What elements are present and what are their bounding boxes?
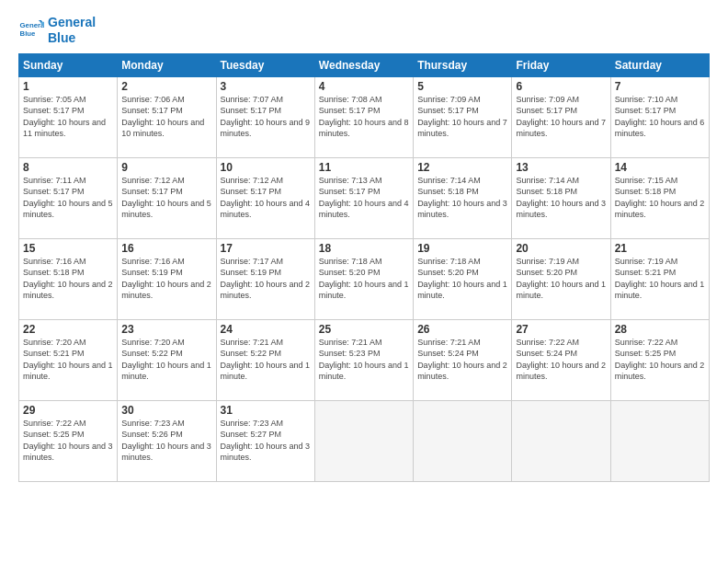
- weekday-header-tuesday: Tuesday: [216, 53, 314, 76]
- day-number: 18: [319, 242, 409, 255]
- calendar-cell: 4 Sunrise: 7:08 AMSunset: 5:17 PMDayligh…: [314, 76, 413, 157]
- calendar-cell: 22 Sunrise: 7:20 AMSunset: 5:21 PMDaylig…: [19, 319, 118, 400]
- day-info: Sunrise: 7:06 AMSunset: 5:17 PMDaylight:…: [121, 94, 211, 140]
- calendar-cell: 26 Sunrise: 7:21 AMSunset: 5:24 PMDaylig…: [414, 319, 512, 400]
- day-number: 2: [121, 80, 211, 93]
- day-number: 7: [615, 80, 705, 93]
- calendar-cell: 25 Sunrise: 7:21 AMSunset: 5:23 PMDaylig…: [314, 319, 413, 400]
- calendar-cell: 3 Sunrise: 7:07 AMSunset: 5:17 PMDayligh…: [216, 76, 314, 157]
- day-info: Sunrise: 7:20 AMSunset: 5:21 PMDaylight:…: [23, 337, 113, 383]
- calendar-cell: 27 Sunrise: 7:22 AMSunset: 5:24 PMDaylig…: [512, 319, 610, 400]
- calendar-cell: 6 Sunrise: 7:09 AMSunset: 5:17 PMDayligh…: [512, 76, 610, 157]
- day-number: 31: [221, 404, 311, 417]
- day-info: Sunrise: 7:18 AMSunset: 5:20 PMDaylight:…: [417, 256, 507, 302]
- calendar-cell: [512, 400, 610, 481]
- calendar-cell: [414, 400, 512, 481]
- day-number: 24: [221, 323, 311, 336]
- day-info: Sunrise: 7:12 AMSunset: 5:17 PMDaylight:…: [121, 175, 211, 221]
- calendar-cell: 24 Sunrise: 7:21 AMSunset: 5:22 PMDaylig…: [216, 319, 314, 400]
- day-info: Sunrise: 7:23 AMSunset: 5:27 PMDaylight:…: [221, 418, 311, 464]
- weekday-header-wednesday: Wednesday: [314, 53, 413, 76]
- calendar-cell: 19 Sunrise: 7:18 AMSunset: 5:20 PMDaylig…: [414, 238, 512, 319]
- weekday-header-saturday: Saturday: [610, 53, 709, 76]
- day-info: Sunrise: 7:22 AMSunset: 5:25 PMDaylight:…: [615, 337, 705, 383]
- day-info: Sunrise: 7:08 AMSunset: 5:17 PMDaylight:…: [319, 94, 409, 140]
- day-number: 20: [516, 242, 606, 255]
- calendar-cell: 31 Sunrise: 7:23 AMSunset: 5:27 PMDaylig…: [216, 400, 314, 481]
- day-info: Sunrise: 7:07 AMSunset: 5:17 PMDaylight:…: [221, 94, 311, 140]
- day-info: Sunrise: 7:10 AMSunset: 5:17 PMDaylight:…: [615, 94, 705, 140]
- day-info: Sunrise: 7:13 AMSunset: 5:17 PMDaylight:…: [319, 175, 409, 221]
- calendar-page: General Blue GeneralBlue SundayMondayTue…: [0, 0, 728, 563]
- day-info: Sunrise: 7:20 AMSunset: 5:22 PMDaylight:…: [121, 337, 211, 383]
- calendar-cell: 15 Sunrise: 7:16 AMSunset: 5:18 PMDaylig…: [19, 238, 118, 319]
- calendar-cell: [314, 400, 413, 481]
- day-number: 10: [221, 161, 311, 174]
- svg-text:Blue: Blue: [20, 29, 37, 38]
- day-number: 9: [121, 161, 211, 174]
- calendar-cell: 18 Sunrise: 7:18 AMSunset: 5:20 PMDaylig…: [314, 238, 413, 319]
- day-info: Sunrise: 7:23 AMSunset: 5:26 PMDaylight:…: [121, 418, 211, 464]
- calendar-cell: 14 Sunrise: 7:15 AMSunset: 5:18 PMDaylig…: [610, 157, 709, 238]
- day-number: 12: [417, 161, 507, 174]
- calendar-cell: 1 Sunrise: 7:05 AMSunset: 5:17 PMDayligh…: [19, 76, 118, 157]
- day-info: Sunrise: 7:22 AMSunset: 5:25 PMDaylight:…: [23, 418, 113, 464]
- calendar-table: SundayMondayTuesdayWednesdayThursdayFrid…: [18, 53, 710, 482]
- calendar-cell: 20 Sunrise: 7:19 AMSunset: 5:20 PMDaylig…: [512, 238, 610, 319]
- day-info: Sunrise: 7:16 AMSunset: 5:19 PMDaylight:…: [121, 256, 211, 302]
- day-number: 15: [23, 242, 113, 255]
- calendar-week-5: 29 Sunrise: 7:22 AMSunset: 5:25 PMDaylig…: [19, 400, 710, 481]
- weekday-header-sunday: Sunday: [19, 53, 118, 76]
- day-info: Sunrise: 7:09 AMSunset: 5:17 PMDaylight:…: [417, 94, 507, 140]
- logo: General Blue GeneralBlue: [18, 15, 96, 46]
- calendar-cell: 17 Sunrise: 7:17 AMSunset: 5:19 PMDaylig…: [216, 238, 314, 319]
- calendar-cell: 12 Sunrise: 7:14 AMSunset: 5:18 PMDaylig…: [414, 157, 512, 238]
- calendar-cell: 7 Sunrise: 7:10 AMSunset: 5:17 PMDayligh…: [610, 76, 709, 157]
- header: General Blue GeneralBlue: [18, 15, 710, 46]
- day-number: 1: [23, 80, 113, 93]
- calendar-cell: 21 Sunrise: 7:19 AMSunset: 5:21 PMDaylig…: [610, 238, 709, 319]
- day-number: 23: [121, 323, 211, 336]
- day-number: 28: [615, 323, 705, 336]
- day-number: 3: [221, 80, 311, 93]
- calendar-week-3: 15 Sunrise: 7:16 AMSunset: 5:18 PMDaylig…: [19, 238, 710, 319]
- day-number: 19: [417, 242, 507, 255]
- day-number: 30: [121, 404, 211, 417]
- weekday-header-row: SundayMondayTuesdayWednesdayThursdayFrid…: [19, 53, 710, 76]
- logo-icon: General Blue: [18, 17, 44, 43]
- day-info: Sunrise: 7:19 AMSunset: 5:20 PMDaylight:…: [516, 256, 606, 302]
- day-info: Sunrise: 7:12 AMSunset: 5:17 PMDaylight:…: [221, 175, 311, 221]
- day-info: Sunrise: 7:15 AMSunset: 5:18 PMDaylight:…: [615, 175, 705, 221]
- day-number: 25: [319, 323, 409, 336]
- calendar-cell: 10 Sunrise: 7:12 AMSunset: 5:17 PMDaylig…: [216, 157, 314, 238]
- day-number: 6: [516, 80, 606, 93]
- calendar-cell: 23 Sunrise: 7:20 AMSunset: 5:22 PMDaylig…: [118, 319, 216, 400]
- day-info: Sunrise: 7:18 AMSunset: 5:20 PMDaylight:…: [319, 256, 409, 302]
- calendar-cell: [610, 400, 709, 481]
- day-number: 29: [23, 404, 113, 417]
- weekday-header-monday: Monday: [118, 53, 216, 76]
- day-info: Sunrise: 7:16 AMSunset: 5:18 PMDaylight:…: [23, 256, 113, 302]
- day-number: 11: [319, 161, 409, 174]
- calendar-cell: 2 Sunrise: 7:06 AMSunset: 5:17 PMDayligh…: [118, 76, 216, 157]
- day-info: Sunrise: 7:19 AMSunset: 5:21 PMDaylight:…: [615, 256, 705, 302]
- calendar-cell: 29 Sunrise: 7:22 AMSunset: 5:25 PMDaylig…: [19, 400, 118, 481]
- calendar-week-4: 22 Sunrise: 7:20 AMSunset: 5:21 PMDaylig…: [19, 319, 710, 400]
- calendar-cell: 5 Sunrise: 7:09 AMSunset: 5:17 PMDayligh…: [414, 76, 512, 157]
- calendar-cell: 16 Sunrise: 7:16 AMSunset: 5:19 PMDaylig…: [118, 238, 216, 319]
- calendar-week-2: 8 Sunrise: 7:11 AMSunset: 5:17 PMDayligh…: [19, 157, 710, 238]
- day-info: Sunrise: 7:14 AMSunset: 5:18 PMDaylight:…: [417, 175, 507, 221]
- calendar-cell: 28 Sunrise: 7:22 AMSunset: 5:25 PMDaylig…: [610, 319, 709, 400]
- day-number: 17: [221, 242, 311, 255]
- day-info: Sunrise: 7:14 AMSunset: 5:18 PMDaylight:…: [516, 175, 606, 221]
- day-number: 26: [417, 323, 507, 336]
- day-info: Sunrise: 7:21 AMSunset: 5:22 PMDaylight:…: [221, 337, 311, 383]
- calendar-cell: 13 Sunrise: 7:14 AMSunset: 5:18 PMDaylig…: [512, 157, 610, 238]
- day-info: Sunrise: 7:05 AMSunset: 5:17 PMDaylight:…: [23, 94, 113, 140]
- logo-text: GeneralBlue: [48, 15, 96, 46]
- day-info: Sunrise: 7:22 AMSunset: 5:24 PMDaylight:…: [516, 337, 606, 383]
- day-number: 21: [615, 242, 705, 255]
- day-info: Sunrise: 7:21 AMSunset: 5:23 PMDaylight:…: [319, 337, 409, 383]
- calendar-cell: 11 Sunrise: 7:13 AMSunset: 5:17 PMDaylig…: [314, 157, 413, 238]
- day-info: Sunrise: 7:17 AMSunset: 5:19 PMDaylight:…: [221, 256, 311, 302]
